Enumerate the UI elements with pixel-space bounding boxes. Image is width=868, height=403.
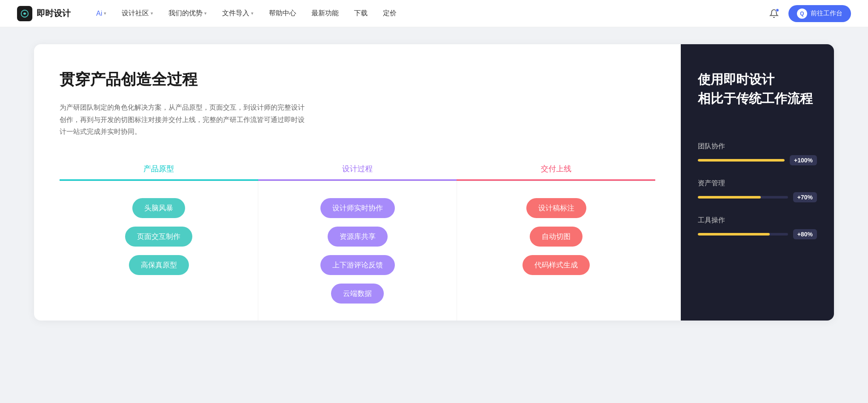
notification-bell[interactable]: [768, 8, 780, 20]
pill-hifi-prototype: 高保真原型: [129, 255, 189, 275]
stat-bar-fill: [698, 196, 761, 199]
right-panel: 使用即时设计相比于传统工作流程 团队协作 +100% 资产管理: [681, 44, 834, 321]
stat-bar-track: [698, 159, 785, 162]
nav-item-import[interactable]: 文件导入 ▾: [222, 9, 254, 18]
chevron-down-icon: ▾: [204, 11, 207, 16]
col-design-process: 设计师实时协作 资源库共享 上下游评论反馈 云端数据: [258, 181, 457, 321]
pill-page-interaction: 页面交互制作: [125, 227, 192, 247]
logo-text: 即时设计: [37, 8, 71, 19]
header: 即时设计 Ai ▾ 设计社区 ▾ 我们的优势 ▾ 文件导入 ▾ 帮助中心 最新功…: [0, 0, 868, 27]
nav-item-ai[interactable]: Ai ▾: [96, 10, 106, 17]
notification-badge: [776, 9, 779, 12]
chevron-down-icon: ▾: [151, 11, 153, 16]
stat-bar-row-asset-mgmt: +70%: [698, 192, 817, 202]
tab-prototype[interactable]: 产品原型: [60, 164, 258, 181]
page-description: 为产研团队制定的角色化解决方案，从产品原型，页面交互，到设计师的完整设计创作，再…: [60, 102, 306, 138]
goto-workspace-button[interactable]: Q 前往工作台: [788, 5, 851, 22]
stat-label-team-collab: 团队协作: [698, 142, 817, 151]
stat-team-collab: 团队协作 +100%: [698, 142, 817, 165]
col-prototype: 头脑风暴 页面交互制作 高保真原型: [60, 181, 258, 321]
chevron-down-icon: ▾: [251, 11, 254, 16]
stat-badge-tool-ops: +80%: [793, 229, 817, 239]
nav-item-community[interactable]: 设计社区 ▾: [122, 9, 153, 18]
stat-asset-mgmt: 资产管理 +70%: [698, 179, 817, 202]
stat-tool-ops: 工具操作 +80%: [698, 216, 817, 239]
pill-design-annotation: 设计稿标注: [526, 198, 586, 218]
nav-item-help[interactable]: 帮助中心: [269, 9, 296, 18]
right-title: 使用即时设计相比于传统工作流程: [698, 70, 817, 108]
nav-item-advantages[interactable]: 我们的优势 ▾: [168, 9, 207, 18]
nav-item-download[interactable]: 下载: [354, 9, 368, 18]
pill-review-feedback: 上下游评论反馈: [320, 255, 395, 275]
col-delivery: 设计稿标注 自动切图 代码样式生成: [457, 181, 655, 321]
pill-brainstorm: 头脑风暴: [132, 198, 185, 218]
pill-code-style: 代码样式生成: [523, 255, 590, 275]
stat-bar-row-team-collab: +100%: [698, 155, 817, 165]
logo[interactable]: 即时设计: [17, 6, 71, 21]
stat-bar-track: [698, 233, 788, 236]
main-content: 贯穿产品创造全过程 为产研团队制定的角色化解决方案，从产品原型，页面交互，到设计…: [0, 27, 868, 338]
left-panel: 贯穿产品创造全过程 为产研团队制定的角色化解决方案，从产品原型，页面交互，到设计…: [34, 44, 681, 321]
stat-badge-team-collab: +100%: [790, 155, 817, 165]
nav-item-pricing[interactable]: 定价: [383, 9, 397, 18]
stat-badge-asset-mgmt: +70%: [793, 192, 817, 202]
pill-auto-slice: 自动切图: [530, 227, 582, 247]
tab-content: 头脑风暴 页面交互制作 高保真原型 设计师实时协作 资源库共享 上下游评论反馈 …: [60, 181, 655, 321]
stat-bar-track: [698, 196, 788, 199]
pill-realtime-collab: 设计师实时协作: [320, 198, 395, 218]
pill-resource-sharing: 资源库共享: [328, 227, 388, 247]
stat-bar-fill: [698, 159, 785, 162]
tabs: 产品原型 设计过程 交付上线: [60, 164, 655, 181]
main-nav: Ai ▾ 设计社区 ▾ 我们的优势 ▾ 文件导入 ▾ 帮助中心 最新功能 下载 …: [96, 9, 768, 18]
tab-design-process[interactable]: 设计过程: [258, 164, 457, 181]
tab-delivery[interactable]: 交付上线: [457, 164, 655, 181]
logo-icon: [17, 6, 32, 21]
stats-group: 团队协作 +100% 资产管理 +70%: [698, 142, 817, 239]
stat-bar-fill: [698, 233, 770, 236]
pill-cloud-data: 云端数据: [331, 284, 384, 304]
stat-bar-row-tool-ops: +80%: [698, 229, 817, 239]
main-card: 贯穿产品创造全过程 为产研团队制定的角色化解决方案，从产品原型，页面交互，到设计…: [34, 44, 834, 321]
stat-label-tool-ops: 工具操作: [698, 216, 817, 225]
chevron-down-icon: ▾: [104, 11, 106, 16]
page-title: 贯穿产品创造全过程: [60, 70, 655, 90]
header-right: Q 前往工作台: [768, 5, 851, 22]
nav-item-new-features[interactable]: 最新功能: [311, 9, 339, 18]
stat-label-asset-mgmt: 资产管理: [698, 179, 817, 188]
avatar: Q: [797, 9, 807, 19]
